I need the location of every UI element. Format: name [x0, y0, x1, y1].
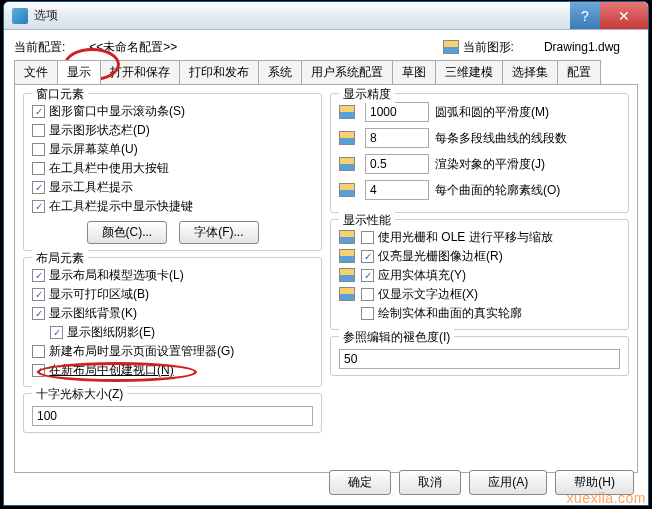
group-layout-elements: 布局元素 ✓显示布局和模型选项卡(L) ✓显示可打印区域(B) ✓显示图纸背景(…	[23, 257, 322, 387]
drawing-icon	[339, 268, 355, 282]
drawing-icon	[339, 131, 355, 145]
largebuttons-checkbox-label: 在工具栏中使用大按钮	[49, 160, 169, 177]
titlebar[interactable]: 选项 ? ✕	[4, 2, 648, 30]
app-icon	[12, 8, 28, 24]
crosshair-size-input[interactable]	[32, 406, 313, 426]
highlight-raster-frame-label: 仅亮显光栅图像边框(R)	[378, 248, 503, 265]
scrollbar-checkbox-label: 图形窗口中显示滚动条(S)	[49, 103, 185, 120]
contour-lines-input[interactable]	[365, 180, 429, 200]
group-window-elements: 窗口元素 ✓图形窗口中显示滚动条(S) 显示图形状态栏(D) 显示屏幕菜单(U)…	[23, 93, 322, 251]
screenmenu-checkbox-label: 显示屏幕菜单(U)	[49, 141, 138, 158]
tab-3d-modeling[interactable]: 三维建模	[435, 60, 503, 84]
checkbox[interactable]: ✓	[32, 200, 45, 213]
tab-strip: 文件 显示 打开和保存 打印和发布 系统 用户系统配置 草图 三维建模 选择集 …	[14, 60, 638, 85]
checkbox[interactable]: ✓	[32, 181, 45, 194]
pan-zoom-raster-label: 使用光栅和 OLE 进行平移与缩放	[378, 229, 553, 246]
right-column: 显示精度 圆弧和圆的平滑度(M) 每条多段线曲线的线段数 渲染对象的平滑度(J)…	[330, 93, 629, 464]
apply-button[interactable]: 应用(A)	[469, 470, 547, 495]
statusbar-checkbox-label: 显示图形状态栏(D)	[49, 122, 150, 139]
group-title: 显示性能	[339, 212, 395, 229]
checkbox[interactable]	[32, 124, 45, 137]
drawing-icon	[339, 157, 355, 171]
close-button[interactable]: ✕	[600, 2, 648, 29]
checkbox[interactable]: ✓	[50, 326, 63, 339]
checkbox[interactable]: ✓	[32, 364, 45, 377]
checkbox[interactable]	[361, 288, 374, 301]
layout-tabs-label: 显示布局和模型选项卡(L)	[49, 267, 184, 284]
checkbox[interactable]: ✓	[361, 269, 374, 282]
arc-smoothness-label: 圆弧和圆的平滑度(M)	[435, 104, 549, 121]
checkbox[interactable]: ✓	[32, 269, 45, 282]
group-title: 显示精度	[339, 86, 395, 103]
group-title: 十字光标大小(Z)	[32, 386, 127, 403]
printable-area-label: 显示可打印区域(B)	[49, 286, 149, 303]
window-title: 选项	[34, 7, 570, 24]
checkbox[interactable]	[32, 345, 45, 358]
group-title: 布局元素	[32, 250, 88, 267]
ok-button[interactable]: 确定	[329, 470, 391, 495]
drawing-icon	[339, 230, 355, 244]
shortcuts-checkbox-label: 在工具栏提示中显示快捷键	[49, 198, 193, 215]
options-dialog: 选项 ? ✕ 当前配置: <<未命名配置>> 当前图形: Drawing1.dw…	[3, 1, 649, 506]
contour-lines-label: 每个曲面的轮廓素线(O)	[435, 182, 560, 199]
current-drawing-label: 当前图形:	[463, 39, 514, 56]
tab-display[interactable]: 显示	[57, 60, 101, 84]
text-frame-only-label: 仅显示文字边框(X)	[378, 286, 478, 303]
tab-file[interactable]: 文件	[14, 60, 58, 84]
checkbox[interactable]: ✓	[32, 307, 45, 320]
true-silhouettes-label: 绘制实体和曲面的真实轮廓	[378, 305, 522, 322]
checkbox[interactable]	[361, 231, 374, 244]
current-config-label: 当前配置:	[14, 39, 65, 56]
fonts-button[interactable]: 字体(F)...	[179, 221, 258, 244]
render-smoothness-input[interactable]	[365, 154, 429, 174]
tab-profiles[interactable]: 配置	[557, 60, 601, 84]
tab-print-publish[interactable]: 打印和发布	[179, 60, 259, 84]
ref-fade-input[interactable]	[339, 349, 620, 369]
group-title: 窗口元素	[32, 86, 88, 103]
tab-body: 窗口元素 ✓图形窗口中显示滚动条(S) 显示图形状态栏(D) 显示屏幕菜单(U)…	[14, 85, 638, 473]
group-display-performance: 显示性能 使用光栅和 OLE 进行平移与缩放 ✓仅亮显光栅图像边框(R) ✓应用…	[330, 219, 629, 330]
arc-smoothness-input[interactable]	[365, 102, 429, 122]
cancel-button[interactable]: 取消	[399, 470, 461, 495]
help-button[interactable]: ?	[570, 2, 600, 29]
group-title: 参照编辑的褪色度(I)	[339, 329, 454, 346]
group-display-precision: 显示精度 圆弧和圆的平滑度(M) 每条多段线曲线的线段数 渲染对象的平滑度(J)…	[330, 93, 629, 213]
current-config-value: <<未命名配置>>	[89, 39, 177, 56]
watermark: xuexila.com	[567, 490, 646, 506]
content: 当前配置: <<未命名配置>> 当前图形: Drawing1.dwg 文件 显示…	[4, 30, 648, 483]
group-ref-edit-fade: 参照编辑的褪色度(I)	[330, 336, 629, 376]
checkbox[interactable]	[361, 307, 374, 320]
left-column: 窗口元素 ✓图形窗口中显示滚动条(S) 显示图形状态栏(D) 显示屏幕菜单(U)…	[23, 93, 322, 464]
tab-system[interactable]: 系统	[258, 60, 302, 84]
checkbox[interactable]: ✓	[32, 105, 45, 118]
tooltips-checkbox-label: 显示工具栏提示	[49, 179, 133, 196]
window-buttons: ? ✕	[570, 2, 648, 29]
checkbox[interactable]: ✓	[32, 288, 45, 301]
checkbox[interactable]: ✓	[361, 250, 374, 263]
drawing-icon	[339, 249, 355, 263]
tab-selection[interactable]: 选择集	[502, 60, 558, 84]
tab-open-save[interactable]: 打开和保存	[100, 60, 180, 84]
drawing-icon	[339, 287, 355, 301]
tab-user-prefs[interactable]: 用户系统配置	[301, 60, 393, 84]
colors-button[interactable]: 颜色(C)...	[87, 221, 168, 244]
paper-bg-label: 显示图纸背景(K)	[49, 305, 137, 322]
checkbox[interactable]	[32, 162, 45, 175]
pline-segments-label: 每条多段线曲线的线段数	[435, 130, 567, 147]
drawing-icon	[339, 183, 355, 197]
render-smoothness-label: 渲染对象的平滑度(J)	[435, 156, 545, 173]
pline-segments-input[interactable]	[365, 128, 429, 148]
current-drawing-value: Drawing1.dwg	[544, 40, 620, 54]
drawing-icon	[339, 105, 355, 119]
solid-fill-label: 应用实体填充(Y)	[378, 267, 466, 284]
paper-shadow-label: 显示图纸阴影(E)	[67, 324, 155, 341]
group-crosshair: 十字光标大小(Z)	[23, 393, 322, 433]
checkbox[interactable]	[32, 143, 45, 156]
config-row: 当前配置: <<未命名配置>> 当前图形: Drawing1.dwg	[14, 36, 638, 58]
tab-drafting[interactable]: 草图	[392, 60, 436, 84]
drawing-icon	[443, 40, 459, 54]
page-setup-mgr-label: 新建布局时显示页面设置管理器(G)	[49, 343, 234, 360]
create-viewport-label: 在新布局中创建视口(N)	[49, 362, 174, 379]
